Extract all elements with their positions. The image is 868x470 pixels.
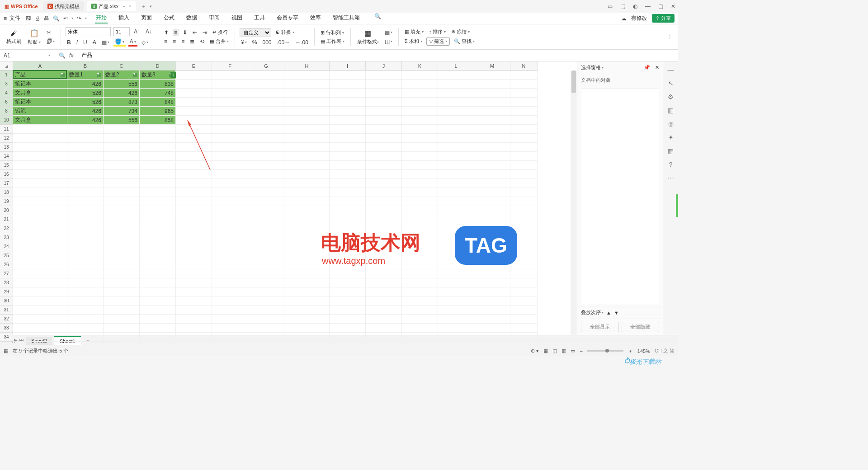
cell[interactable] [176,324,212,333]
menu-insert[interactable]: 插入 [118,13,130,24]
cell[interactable] [67,278,104,287]
cell[interactable] [67,306,104,315]
cell[interactable] [438,206,474,215]
cell[interactable] [402,152,438,161]
namebox-caret[interactable]: ▾ [48,53,50,57]
cell[interactable] [402,134,438,143]
cell[interactable] [13,134,67,143]
cell[interactable] [212,260,248,269]
cell[interactable] [248,251,284,260]
show-all-button[interactable]: 全部显示 [581,322,619,332]
table-cell[interactable]: 文具盒 [13,89,67,98]
row-header[interactable]: 1 [0,70,13,80]
cell[interactable] [67,324,104,333]
cell[interactable] [176,170,212,179]
select-tool-icon[interactable]: ↖ [668,80,674,87]
cell[interactable] [330,206,366,215]
undo-caret[interactable]: ▾ [71,16,73,20]
cell[interactable] [248,161,284,170]
row-header[interactable]: 32 [0,315,13,324]
cell[interactable] [366,170,402,179]
table-cell[interactable]: 426 [104,89,140,98]
cell[interactable] [104,296,140,306]
cell[interactable] [438,315,474,324]
cell[interactable] [248,296,284,306]
merge-button[interactable]: ▦合并▾ [208,38,230,45]
cell[interactable] [248,80,284,89]
size-select[interactable] [113,27,130,36]
cell[interactable] [67,269,104,278]
column-header[interactable]: B [67,61,104,70]
cell[interactable] [176,251,212,260]
cell[interactable] [402,179,438,188]
cell[interactable] [402,107,438,116]
worksheet-button[interactable]: ▤工作表▾ [319,38,346,45]
cell[interactable] [212,324,248,333]
cell[interactable] [402,116,438,125]
cell[interactable] [510,70,538,80]
cell[interactable] [330,287,366,296]
cell[interactable] [13,197,67,206]
fill-color-dropdown[interactable]: 🪣▾ [113,38,126,47]
cell[interactable] [140,224,176,233]
cell[interactable] [248,70,284,80]
cell[interactable] [104,224,140,233]
border-dropdown[interactable]: ▦▾ [100,39,111,46]
cell[interactable] [510,296,538,306]
cell[interactable] [13,161,67,170]
cell[interactable] [176,287,212,296]
increase-font-icon[interactable]: A↑ [132,28,142,35]
cell[interactable] [13,296,67,306]
cell[interactable] [402,287,438,296]
freeze-button[interactable]: ❄冻结▾ [450,28,471,35]
row-header[interactable]: 15 [0,161,13,170]
cell[interactable] [212,70,248,80]
row-header[interactable]: 10 [0,116,13,125]
close-pane-icon[interactable]: ✕ [655,65,659,70]
cell[interactable] [67,206,104,215]
cell[interactable] [212,152,248,161]
cell[interactable] [510,170,538,179]
cell[interactable] [67,179,104,188]
cell[interactable] [438,89,474,98]
cell[interactable] [13,315,67,324]
cell[interactable] [330,161,366,170]
cell[interactable] [248,242,284,251]
redo-caret[interactable]: ▾ [85,16,87,20]
row-header[interactable]: 17 [0,179,13,188]
cell[interactable] [438,143,474,152]
cell[interactable] [366,179,402,188]
cell[interactable] [13,143,67,152]
font-select[interactable] [66,27,111,36]
cell[interactable] [212,269,248,278]
cell[interactable] [438,269,474,278]
cell[interactable] [104,315,140,324]
row-header[interactable]: 25 [0,251,13,260]
redo-icon[interactable]: ↷ [77,15,81,22]
cell[interactable] [176,242,212,251]
table-cell[interactable]: 笔记本 [13,98,67,107]
cell[interactable] [330,179,366,188]
cell[interactable] [176,197,212,206]
align-justify-icon[interactable]: ≣ [189,38,196,45]
cell[interactable] [284,306,330,315]
column-header[interactable]: E [176,61,212,70]
cell[interactable] [104,251,140,260]
help-icon[interactable]: ? [669,161,673,168]
zoom-in-icon[interactable]: ＋ [628,348,633,354]
cell[interactable] [366,315,402,324]
cell[interactable] [104,260,140,269]
row-header[interactable]: 14 [0,152,13,161]
cell[interactable] [104,125,140,134]
cell[interactable] [474,179,510,188]
cell[interactable] [366,278,402,287]
cell[interactable] [176,143,212,152]
cell[interactable] [438,116,474,125]
cell[interactable] [330,116,366,125]
new-tab-button[interactable]: ＋ [141,3,146,10]
cell[interactable] [474,188,510,197]
column-header[interactable]: D [140,61,176,70]
cell[interactable] [402,70,438,80]
cell[interactable] [366,197,402,206]
close-button[interactable]: ✕ [670,3,676,9]
